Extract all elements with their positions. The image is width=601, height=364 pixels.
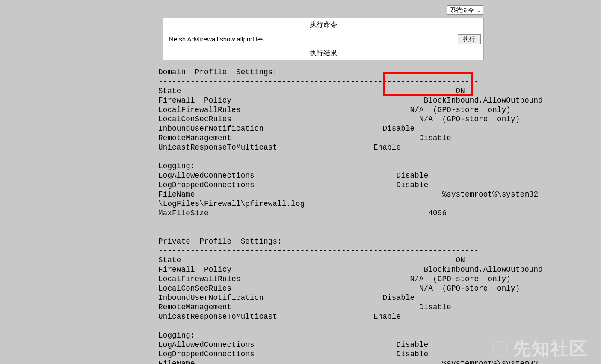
run-button[interactable]: 执行 <box>458 34 481 44</box>
command-input[interactable] <box>166 34 455 44</box>
command-type-dropdown-wrap: 系统命令 ⌄ <box>447 5 483 15</box>
exec-command-header: 执行命令 <box>163 18 483 32</box>
command-row: 执行 <box>163 32 483 47</box>
command-type-dropdown[interactable]: 系统命令 <box>447 5 483 15</box>
command-output: Domain Profile Settings: ---------------… <box>158 68 543 364</box>
command-panel: 执行命令 执行 执行结果 <box>163 18 484 60</box>
exec-result-header: 执行结果 <box>163 47 483 60</box>
